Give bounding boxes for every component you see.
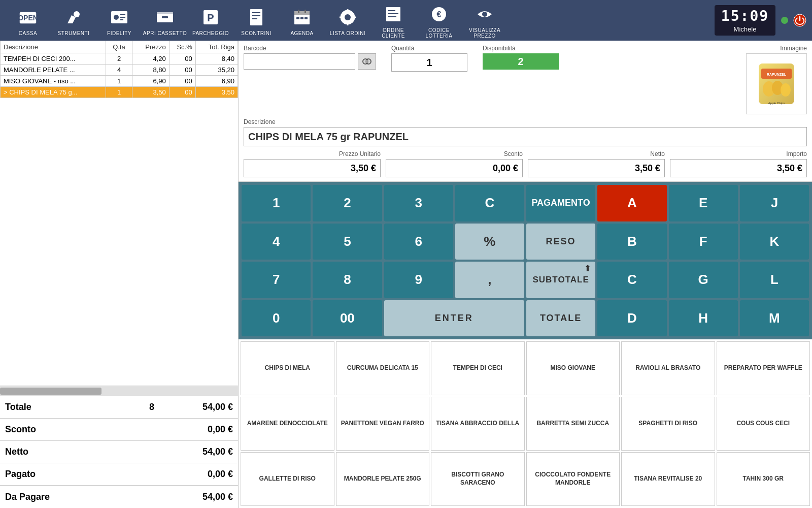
desc-field[interactable] — [244, 127, 807, 146]
btn-f[interactable]: F — [669, 224, 738, 260]
product-btn[interactable]: TISANA REVITALISE 20 — [621, 452, 715, 506]
cell-qty: 4 — [106, 65, 132, 76]
svg-rect-16 — [252, 18, 257, 19]
num-8[interactable]: 8 — [313, 262, 382, 298]
product-btn[interactable]: MISO GIOVANE — [526, 341, 620, 395]
product-btn[interactable]: PREPARATO PER WAFFLE — [717, 341, 810, 395]
num-1[interactable]: 1 — [242, 185, 311, 221]
btn-c2[interactable]: C — [597, 262, 666, 298]
product-btn[interactable]: MANDORLE PELATE 250G — [336, 452, 430, 506]
sconto-price-field[interactable] — [386, 159, 523, 177]
product-btn[interactable]: PANETTONE VEGAN FARRO — [336, 397, 430, 451]
totale-label: Totale — [5, 402, 142, 412]
barcode-input-area — [244, 53, 376, 70]
svg-point-32 — [482, 12, 487, 17]
cell-price: 6,90 — [132, 76, 170, 87]
btn-l[interactable]: L — [740, 262, 809, 298]
toolbar-btn-agenda[interactable]: AGENDA — [279, 2, 325, 39]
netto-price-field[interactable] — [528, 159, 665, 177]
col-descrizione: Descrizione — [1, 41, 106, 53]
power-icon[interactable] — [793, 13, 807, 27]
svg-rect-18 — [294, 11, 310, 15]
product-btn[interactable]: GALLETTE DI RISO — [241, 452, 334, 506]
product-btn[interactable]: TISANA ABBRACCIO DELLA — [431, 397, 525, 451]
num-2[interactable]: 2 — [313, 185, 382, 221]
toolbar-btn-ordine-cliente[interactable]: ORDINE CLIENTE — [370, 2, 416, 39]
toolbar-btn-visualizza-prezzo[interactable]: VISUALIZZA PREZZO — [462, 2, 507, 39]
table-row[interactable]: MANDORLE PELATE ... 4 8,80 00 35,20 — [1, 65, 238, 76]
num-5[interactable]: 5 — [313, 224, 382, 260]
toolbar-btn-lista-ordini[interactable]: LISTA ORDINI — [325, 2, 370, 39]
num-0[interactable]: 0 — [242, 300, 311, 337]
prezzo-unitario-field[interactable] — [244, 159, 381, 177]
btn-enter[interactable]: ENTER — [384, 300, 525, 337]
btn-subtotale[interactable]: SUBTOTALE ⬆ — [526, 262, 595, 298]
btn-totale[interactable]: TOTALE — [526, 300, 595, 337]
product-btn[interactable]: CURCUMA DELICATA 15 — [336, 341, 430, 395]
barcode-search-button[interactable] — [358, 53, 376, 70]
cell-sc: 00 — [169, 65, 195, 76]
svg-rect-14 — [252, 12, 260, 13]
num-percent[interactable]: % — [455, 224, 524, 260]
product-btn[interactable]: BISCOTTI GRANO SARACENO — [431, 452, 525, 506]
clock-time: 15:09 — [721, 8, 769, 24]
table-row[interactable]: TEMPEH DI CECI 200... 2 4,20 00 8,40 — [1, 53, 238, 65]
scroll-thumb[interactable] — [0, 388, 101, 395]
product-btn[interactable]: CIOCCOLATO FONDENTE MANDORLE — [526, 452, 620, 506]
pagato-row: Pagato 0,00 € — [0, 463, 238, 486]
scroll-area[interactable] — [0, 386, 238, 396]
toolbar-btn-parcheggio[interactable]: P PARCHEGGIO — [188, 2, 233, 39]
num-comma[interactable]: , — [455, 262, 524, 298]
table-row[interactable]: > CHIPS DI MELA 75 g... 1 3,50 00 3,50 — [1, 87, 238, 98]
cell-desc: > CHIPS DI MELA 75 g... — [1, 87, 106, 98]
product-btn[interactable]: TAHIN 300 GR — [717, 452, 810, 506]
pagato-value: 0,00 € — [162, 469, 233, 480]
cell-price: 4,20 — [132, 53, 170, 65]
importo-field[interactable] — [670, 159, 807, 177]
product-grid: CHIPS DI MELACURCUMA DELICATA 15TEMPEH D… — [239, 339, 812, 508]
btn-b[interactable]: B — [597, 224, 666, 260]
barcode-field[interactable] — [244, 53, 355, 70]
btn-g[interactable]: G — [669, 262, 738, 298]
toolbar-btn-codice-lotteria[interactable]: € CODICE LOTTERIA — [416, 2, 462, 39]
top-info: Barcode Quan — [239, 41, 812, 182]
product-btn[interactable]: COUS COUS CECI — [717, 397, 810, 451]
product-btn[interactable]: RAVIOLI AL BRASATO — [621, 341, 715, 395]
btn-pagamento[interactable]: PAGAMENTO — [526, 185, 595, 221]
qty-field[interactable] — [391, 53, 467, 72]
product-btn[interactable]: TEMPEH DI CECI — [431, 341, 525, 395]
num-3[interactable]: 3 — [384, 185, 453, 221]
product-btn[interactable]: AMARENE DENOCCIOLATE — [241, 397, 334, 451]
btn-d[interactable]: D — [597, 300, 666, 337]
toolbar-btn-apri-cassetto[interactable]: APRI CASSETTO — [142, 2, 188, 39]
toolbar-btn-scontrini[interactable]: SCONTRINI — [233, 2, 279, 39]
btn-m[interactable]: M — [740, 300, 809, 337]
btn-h[interactable]: H — [669, 300, 738, 337]
product-btn[interactable]: CHIPS DI MELA — [241, 341, 334, 395]
toolbar-btn-cassa[interactable]: OPEN CASSA — [5, 2, 51, 39]
num-9[interactable]: 9 — [384, 262, 453, 298]
svg-rect-10 — [162, 16, 168, 18]
product-btn[interactable]: BARRETTA SEMI ZUCCA — [526, 397, 620, 451]
toolbar-btn-fidelity[interactable]: FIDELITY — [96, 2, 142, 39]
svg-point-33 — [781, 17, 788, 24]
num-4[interactable]: 4 — [242, 224, 311, 260]
barcode-block: Barcode — [244, 45, 376, 70]
btn-e[interactable]: E — [669, 185, 738, 221]
btn-a[interactable]: A — [597, 185, 666, 221]
numpad: 1 2 3 C PAGAMENTO A E J 4 5 6 % RESO B F… — [239, 182, 812, 339]
order-table: Descrizione Q.ta Prezzo Sc.% Tot. Riga T… — [0, 41, 238, 386]
toolbar-btn-strumenti[interactable]: STRUMENTI — [51, 2, 96, 39]
importo-label: Importo — [670, 150, 807, 157]
num-c[interactable]: C — [455, 185, 524, 221]
num-00[interactable]: 00 — [313, 300, 382, 337]
svg-point-45 — [781, 83, 791, 97]
btn-j[interactable]: J — [740, 185, 809, 221]
btn-k[interactable]: K — [740, 224, 809, 260]
table-row[interactable]: MISO GIOVANE - riso ... 1 6,90 00 6,90 — [1, 76, 238, 87]
btn-reso[interactable]: RESO — [526, 224, 595, 260]
num-7[interactable]: 7 — [242, 262, 311, 298]
col-tot: Tot. Riga — [195, 41, 238, 53]
num-6[interactable]: 6 — [384, 224, 453, 260]
product-btn[interactable]: SPAGHETTI DI RISO — [621, 397, 715, 451]
